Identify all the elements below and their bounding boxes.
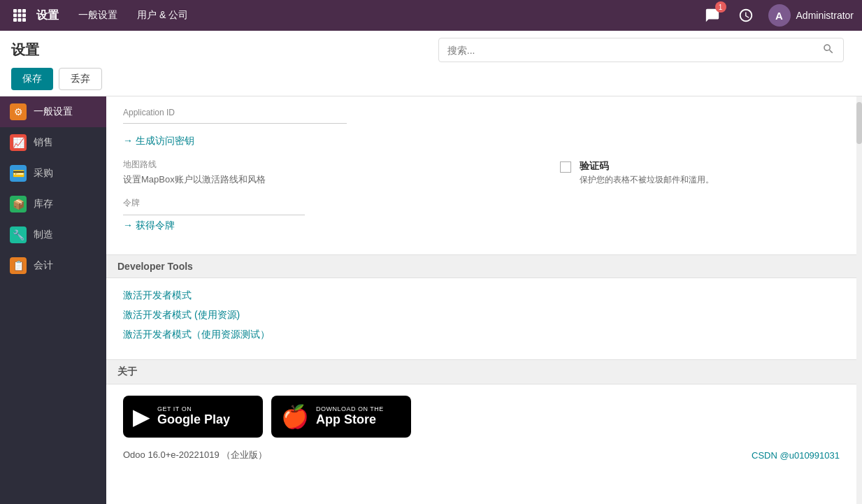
discard-button[interactable]: 丢弃 xyxy=(59,68,102,90)
about-section: ▶ GET IT ON Google Play 🍎 Download on th… xyxy=(106,384,856,473)
captcha-checkbox[interactable] xyxy=(560,161,571,173)
sales-icon: 📈 xyxy=(10,134,27,151)
clock-icon-btn[interactable] xyxy=(735,4,757,27)
captcha-group: 验证码 保护您的表格不被垃圾邮件和滥用。 xyxy=(580,160,840,186)
app-store-text: Download on the App Store xyxy=(316,405,384,428)
svg-rect-0 xyxy=(13,9,17,13)
main-content: Application ID → 生成访问密钥 地图路线 设置MapBox账户以… xyxy=(106,96,856,504)
version-text: Odoo 16.0+e-20221019 （企业版） xyxy=(123,449,267,461)
avatar: A xyxy=(768,4,791,27)
topbar-title: 设置 xyxy=(36,8,59,23)
apple-icon: 🍎 xyxy=(281,403,309,430)
map-route-desc: 设置MapBox账户以激活路线和风格 xyxy=(123,173,543,186)
svg-rect-7 xyxy=(18,18,22,22)
svg-rect-3 xyxy=(13,14,17,17)
map-route-row: 地图路线 设置MapBox账户以激活路线和风格 验证码 保护您的表格不被垃圾邮件… xyxy=(123,159,840,186)
topbar: 设置 一般设置 用户 & 公司 1 A Administrator xyxy=(0,0,862,31)
sidebar-item-sales[interactable]: 📈 销售 xyxy=(0,127,106,158)
sidebar-item-accounting[interactable]: 📋 会计 xyxy=(0,250,106,281)
inventory-icon: 📦 xyxy=(10,196,27,213)
search-bar-wrapper xyxy=(431,38,852,62)
page-title: 设置 xyxy=(11,41,431,59)
search-input[interactable] xyxy=(447,45,822,56)
sidebar-item-manufacturing[interactable]: 🔧 制造 xyxy=(0,219,106,250)
google-play-icon: ▶ xyxy=(133,403,150,430)
sidebar-item-purchase[interactable]: 💳 采购 xyxy=(0,158,106,189)
chat-icon-btn[interactable]: 1 xyxy=(701,4,724,27)
sidebar-label-purchase: 采购 xyxy=(34,167,53,180)
sidebar-label-sales: 销售 xyxy=(34,136,53,149)
form-section-integrations: Application ID → 生成访问密钥 地图路线 设置MapBox账户以… xyxy=(106,96,856,254)
topbar-nav: 一般设置 用户 & 公司 xyxy=(70,5,196,26)
apps-icon[interactable] xyxy=(8,4,31,27)
developer-tools-section: 激活开发者模式 激活开发者模式 (使用资源) 激活开发者模式（使用资源测试） xyxy=(106,278,856,359)
captcha-desc: 保护您的表格不被垃圾邮件和滥用。 xyxy=(580,174,840,186)
search-bar-container xyxy=(438,38,844,62)
application-id-label: Application ID xyxy=(123,108,840,117)
page-header: 设置 保存 丢弃 xyxy=(0,31,862,96)
sidebar: ⚙ 一般设置 📈 销售 💳 采购 📦 库存 🔧 制造 📋 会计 xyxy=(0,96,106,504)
purchase-icon: 💳 xyxy=(10,165,27,182)
map-route-label: 地图路线 xyxy=(123,159,543,171)
svg-rect-5 xyxy=(22,14,26,17)
username: Administrator xyxy=(796,10,854,21)
sidebar-label-accounting: 会计 xyxy=(34,259,53,272)
app-store-badge[interactable]: 🍎 Download on the App Store xyxy=(271,396,411,438)
manufacturing-icon: 🔧 xyxy=(10,226,27,243)
google-play-text: GET IT ON Google Play xyxy=(157,405,230,428)
activate-dev-mode-tests-link[interactable]: 激活开发者模式（使用资源测试） xyxy=(123,329,840,341)
chat-badge: 1 xyxy=(715,1,726,13)
about-section-header: 关于 xyxy=(106,359,856,384)
developer-tools-section-header: Developer Tools xyxy=(106,254,856,278)
activate-dev-mode-link[interactable]: 激活开发者模式 xyxy=(123,289,840,302)
store-badges: ▶ GET IT ON Google Play 🍎 Download on th… xyxy=(123,396,840,438)
token-label: 令牌 xyxy=(123,197,840,209)
main-wrapper: Application ID → 生成访问密钥 地图路线 设置MapBox账户以… xyxy=(106,96,862,504)
scrollbar[interactable] xyxy=(856,96,862,504)
scroll-thumb xyxy=(856,102,862,144)
svg-rect-2 xyxy=(22,9,26,13)
nav-general[interactable]: 一般设置 xyxy=(70,5,126,26)
google-play-badge[interactable]: ▶ GET IT ON Google Play xyxy=(123,396,263,438)
application-id-row: Application ID xyxy=(123,108,840,124)
get-token-link[interactable]: → 获得令牌 xyxy=(123,219,840,232)
search-icon[interactable] xyxy=(822,43,835,57)
captcha-label: 验证码 xyxy=(580,160,840,173)
save-button[interactable]: 保存 xyxy=(11,68,53,90)
map-route-field: 地图路线 设置MapBox账户以激活路线和风格 xyxy=(123,159,543,186)
general-icon: ⚙ xyxy=(10,103,27,120)
user-menu[interactable]: A Administrator xyxy=(768,4,854,27)
sidebar-item-general[interactable]: ⚙ 一般设置 xyxy=(0,96,106,127)
application-id-field: Application ID xyxy=(123,108,840,124)
sidebar-item-inventory[interactable]: 📦 库存 xyxy=(0,189,106,219)
topbar-right: 1 A Administrator xyxy=(701,4,854,27)
main-layout: ⚙ 一般设置 📈 销售 💳 采购 📦 库存 🔧 制造 📋 会计 xyxy=(0,96,862,504)
version-row: Odoo 16.0+e-20221019 （企业版） CSDN @u010991… xyxy=(123,449,840,461)
sidebar-label-general: 一般设置 xyxy=(34,106,73,118)
svg-rect-4 xyxy=(18,14,22,17)
nav-users[interactable]: 用户 & 公司 xyxy=(129,5,196,26)
activate-dev-mode-assets-link[interactable]: 激活开发者模式 (使用资源) xyxy=(123,309,840,322)
generate-key-link[interactable]: → 生成访问密钥 xyxy=(123,135,840,147)
accounting-icon: 📋 xyxy=(10,257,27,274)
sidebar-label-manufacturing: 制造 xyxy=(34,229,53,241)
svg-rect-8 xyxy=(22,18,26,22)
svg-rect-1 xyxy=(18,9,22,13)
page-actions: 保存 丢弃 xyxy=(11,68,851,96)
svg-rect-6 xyxy=(13,18,17,22)
csdn-link[interactable]: CSDN @u010991031 xyxy=(752,450,840,461)
sidebar-label-inventory: 库存 xyxy=(34,198,53,210)
